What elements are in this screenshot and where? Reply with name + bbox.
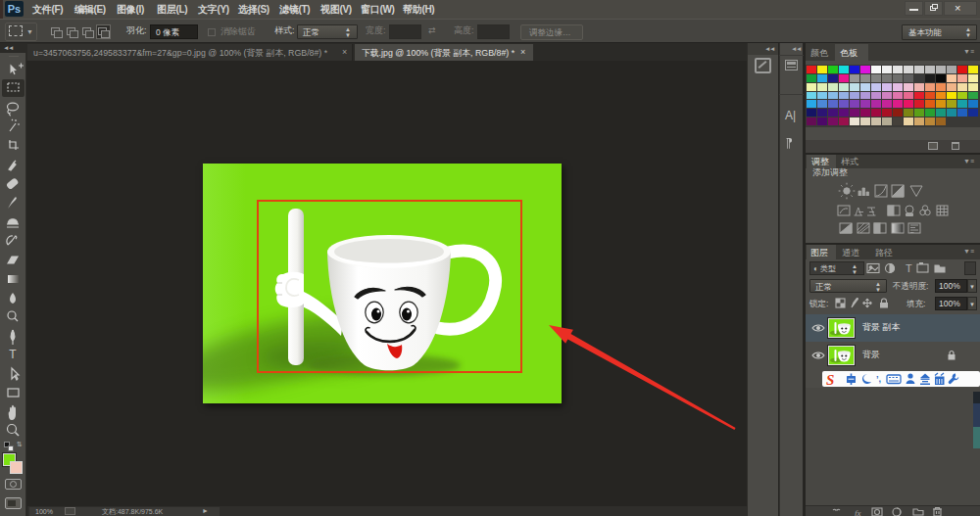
svg-text:T: T <box>906 262 912 274</box>
svg-text:fx: fx <box>855 508 861 516</box>
svg-text:S: S <box>826 372 834 388</box>
svg-text:T: T <box>9 348 17 361</box>
svg-text:’,: ’, <box>876 374 881 384</box>
